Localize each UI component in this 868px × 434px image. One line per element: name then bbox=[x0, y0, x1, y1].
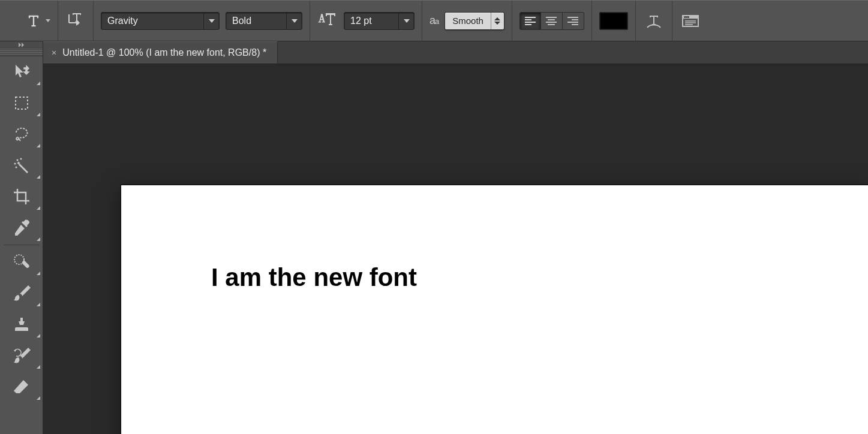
flyout-indicator-icon bbox=[37, 334, 40, 337]
font-family-combo[interactable] bbox=[101, 12, 220, 30]
anti-alias-stepper-arrows[interactable] bbox=[491, 13, 504, 29]
magic-wand-icon bbox=[13, 156, 31, 174]
font-family-group bbox=[94, 1, 310, 41]
font-weight-combo[interactable] bbox=[226, 12, 302, 30]
chevron-down-icon bbox=[292, 19, 298, 23]
svg-point-25 bbox=[15, 167, 17, 168]
flyout-indicator-icon bbox=[37, 396, 40, 400]
lasso-tool[interactable] bbox=[0, 119, 43, 150]
lasso-icon bbox=[13, 125, 31, 143]
close-tab-button[interactable]: × bbox=[52, 49, 56, 57]
align-center-icon bbox=[545, 16, 557, 26]
font-size-dropdown-button[interactable] bbox=[398, 13, 414, 29]
magic-wand-tool[interactable] bbox=[0, 150, 43, 181]
align-right-icon bbox=[567, 16, 579, 26]
font-size-scrubber[interactable] bbox=[317, 11, 338, 31]
font-size-group bbox=[310, 1, 422, 41]
chevron-down-icon bbox=[494, 22, 500, 25]
healing-brush-tool[interactable] bbox=[0, 246, 43, 278]
history-brush-tool[interactable] bbox=[0, 340, 43, 371]
font-size-input[interactable] bbox=[344, 13, 398, 29]
tool-indicator-group bbox=[18, 1, 58, 41]
text-orientation-toggle[interactable] bbox=[65, 11, 86, 31]
clone-stamp-icon bbox=[13, 315, 31, 333]
flyout-indicator-icon bbox=[37, 365, 40, 369]
anti-alias-value: Smooth bbox=[445, 16, 491, 26]
active-tool-indicator[interactable] bbox=[25, 13, 50, 29]
svg-marker-28 bbox=[14, 350, 16, 352]
flyout-indicator-icon bbox=[37, 237, 40, 241]
brush-icon bbox=[13, 284, 31, 302]
text-align-group bbox=[512, 1, 592, 41]
canvas-viewport[interactable]: I am the new font bbox=[43, 64, 868, 434]
toolbox-divider bbox=[4, 245, 39, 245]
anti-alias-stepper[interactable]: Smooth bbox=[444, 12, 504, 30]
canvas[interactable]: I am the new font bbox=[121, 185, 868, 434]
type-tool-icon bbox=[25, 13, 42, 29]
svg-rect-15 bbox=[684, 16, 689, 18]
document-tab-title: Untitled-1 @ 100% (I am the new font, RG… bbox=[62, 47, 266, 58]
panel-toggle-group bbox=[672, 1, 708, 41]
svg-marker-20 bbox=[24, 70, 29, 74]
font-weight-input[interactable] bbox=[226, 13, 286, 29]
eraser-tool[interactable] bbox=[0, 371, 43, 402]
font-size-icon bbox=[317, 11, 338, 29]
brush-tool[interactable] bbox=[0, 278, 43, 309]
svg-rect-21 bbox=[16, 97, 28, 109]
healing-brush-icon bbox=[13, 253, 31, 271]
text-tool-options-bar: aa Smooth bbox=[0, 0, 868, 41]
flyout-indicator-icon bbox=[37, 144, 40, 147]
flyout-indicator-icon bbox=[37, 175, 40, 179]
chevron-down-icon bbox=[46, 19, 50, 22]
anti-alias-group: aa Smooth bbox=[422, 1, 512, 41]
flyout-indicator-icon bbox=[37, 82, 40, 85]
flyout-indicator-icon bbox=[37, 206, 40, 210]
text-color-swatch[interactable] bbox=[599, 12, 628, 30]
font-weight-dropdown-button[interactable] bbox=[286, 13, 302, 29]
document-tab-bar: × Untitled-1 @ 100% (I am the new font, … bbox=[43, 41, 868, 64]
svg-rect-27 bbox=[21, 260, 29, 269]
rectangular-marquee-tool[interactable] bbox=[0, 88, 43, 119]
flyout-indicator-icon bbox=[37, 113, 40, 116]
chevron-up-icon bbox=[494, 17, 500, 20]
marquee-icon bbox=[13, 95, 30, 111]
document-area: × Untitled-1 @ 100% (I am the new font, … bbox=[43, 41, 868, 434]
font-size-combo[interactable] bbox=[344, 12, 415, 30]
tools-panel bbox=[0, 41, 43, 434]
move-tool-icon bbox=[12, 62, 31, 82]
align-center-button[interactable] bbox=[541, 12, 563, 30]
warp-text-group bbox=[636, 1, 672, 41]
text-orientation-icon bbox=[65, 11, 86, 31]
chevron-down-icon bbox=[209, 19, 215, 23]
text-layer[interactable]: I am the new font bbox=[211, 263, 417, 292]
flyout-indicator-icon bbox=[37, 272, 40, 275]
svg-marker-0 bbox=[77, 20, 80, 25]
text-color-group bbox=[592, 1, 636, 41]
text-orientation-group bbox=[58, 1, 94, 41]
warp-text-icon bbox=[645, 12, 663, 30]
align-left-icon bbox=[524, 16, 536, 26]
anti-alias-icon: aa bbox=[430, 14, 438, 27]
chevron-down-icon bbox=[404, 19, 410, 23]
clone-stamp-tool[interactable] bbox=[0, 309, 43, 340]
crop-tool[interactable] bbox=[0, 181, 43, 212]
font-family-dropdown-button[interactable] bbox=[203, 13, 219, 29]
history-brush-icon bbox=[13, 346, 31, 364]
svg-point-22 bbox=[16, 159, 18, 161]
crop-icon bbox=[13, 188, 31, 206]
eyedropper-tool[interactable] bbox=[0, 212, 43, 243]
eraser-icon bbox=[13, 378, 31, 396]
warp-text-button[interactable] bbox=[643, 12, 665, 30]
move-tool[interactable] bbox=[0, 56, 43, 88]
flyout-indicator-icon bbox=[37, 303, 40, 306]
character-panel-toggle[interactable] bbox=[680, 12, 701, 30]
align-left-button[interactable] bbox=[519, 12, 541, 30]
toolbox-expand-handle[interactable] bbox=[0, 41, 43, 49]
font-family-input[interactable] bbox=[101, 13, 203, 29]
eyedropper-icon bbox=[13, 219, 31, 237]
align-right-button[interactable] bbox=[563, 12, 584, 30]
document-tab[interactable]: × Untitled-1 @ 100% (I am the new font, … bbox=[43, 41, 278, 64]
toolbox-drag-handle[interactable] bbox=[0, 49, 43, 56]
panel-icon bbox=[682, 14, 699, 28]
svg-point-24 bbox=[20, 158, 22, 160]
